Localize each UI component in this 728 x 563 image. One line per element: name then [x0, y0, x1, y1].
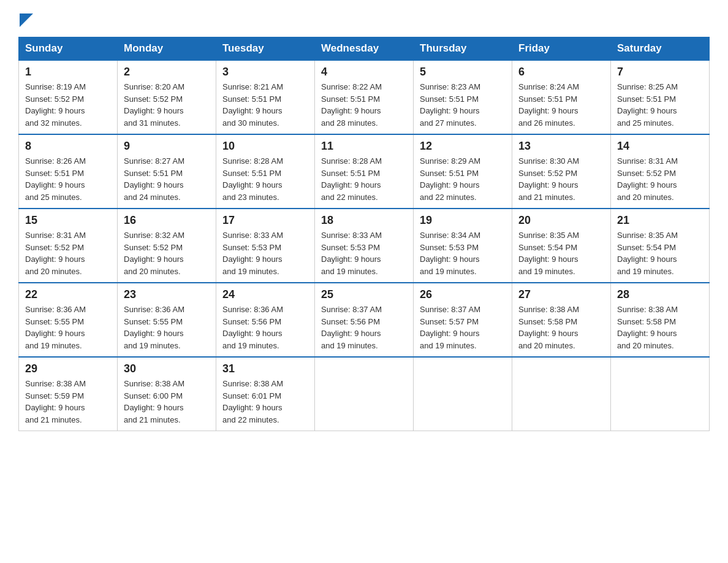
day-info: Sunrise: 8:36 AM Sunset: 5:56 PM Dayligh… [222, 304, 308, 351]
weekday-header-friday: Friday [512, 37, 611, 61]
day-number: 3 [222, 66, 308, 79]
calendar-cell: 11 Sunrise: 8:28 AM Sunset: 5:51 PM Dayl… [315, 134, 414, 209]
weekday-header-thursday: Thursday [414, 37, 512, 61]
calendar-cell [512, 357, 611, 431]
day-info: Sunrise: 8:19 AM Sunset: 5:52 PM Dayligh… [25, 81, 111, 129]
day-info: Sunrise: 8:33 AM Sunset: 5:53 PM Dayligh… [321, 229, 407, 277]
calendar-cell: 30 Sunrise: 8:38 AM Sunset: 6:00 PM Dayl… [118, 357, 216, 431]
calendar-cell: 29 Sunrise: 8:38 AM Sunset: 5:59 PM Dayl… [19, 357, 118, 431]
calendar-cell: 12 Sunrise: 8:29 AM Sunset: 5:51 PM Dayl… [414, 134, 512, 209]
day-info: Sunrise: 8:31 AM Sunset: 5:52 PM Dayligh… [25, 229, 111, 277]
calendar-cell: 21 Sunrise: 8:35 AM Sunset: 5:54 PM Dayl… [611, 209, 710, 283]
day-number: 16 [124, 214, 210, 227]
day-info: Sunrise: 8:38 AM Sunset: 5:59 PM Dayligh… [25, 378, 111, 426]
day-info: Sunrise: 8:34 AM Sunset: 5:53 PM Dayligh… [420, 229, 506, 277]
day-info: Sunrise: 8:38 AM Sunset: 5:58 PM Dayligh… [617, 304, 703, 351]
logo-arrow-icon [20, 13, 33, 27]
day-info: Sunrise: 8:36 AM Sunset: 5:55 PM Dayligh… [25, 304, 111, 351]
day-number: 30 [124, 362, 210, 375]
logo [18, 12, 33, 27]
calendar-cell: 19 Sunrise: 8:34 AM Sunset: 5:53 PM Dayl… [414, 209, 512, 283]
day-number: 12 [420, 140, 506, 153]
page-header [18, 12, 710, 27]
day-number: 6 [518, 66, 604, 79]
calendar-cell: 31 Sunrise: 8:38 AM Sunset: 6:01 PM Dayl… [216, 357, 315, 431]
day-number: 21 [617, 214, 703, 227]
day-info: Sunrise: 8:29 AM Sunset: 5:51 PM Dayligh… [420, 155, 506, 203]
day-number: 26 [420, 288, 506, 301]
day-number: 8 [25, 140, 111, 153]
svg-marker-0 [20, 13, 33, 27]
weekday-header-row: SundayMondayTuesdayWednesdayThursdayFrid… [19, 37, 710, 61]
day-number: 4 [321, 66, 407, 79]
day-number: 25 [321, 288, 407, 301]
day-info: Sunrise: 8:38 AM Sunset: 5:58 PM Dayligh… [518, 304, 604, 351]
calendar-cell: 13 Sunrise: 8:30 AM Sunset: 5:52 PM Dayl… [512, 134, 611, 209]
day-info: Sunrise: 8:37 AM Sunset: 5:57 PM Dayligh… [420, 304, 506, 351]
day-info: Sunrise: 8:36 AM Sunset: 5:55 PM Dayligh… [124, 304, 210, 351]
calendar-cell: 28 Sunrise: 8:38 AM Sunset: 5:58 PM Dayl… [611, 283, 710, 357]
day-number: 19 [420, 214, 506, 227]
day-info: Sunrise: 8:28 AM Sunset: 5:51 PM Dayligh… [321, 155, 407, 203]
calendar-cell: 18 Sunrise: 8:33 AM Sunset: 5:53 PM Dayl… [315, 209, 414, 283]
day-number: 9 [124, 140, 210, 153]
weekday-header-saturday: Saturday [611, 37, 710, 61]
week-row-2: 8 Sunrise: 8:26 AM Sunset: 5:51 PM Dayli… [19, 134, 710, 209]
day-info: Sunrise: 8:35 AM Sunset: 5:54 PM Dayligh… [617, 229, 703, 277]
day-info: Sunrise: 8:20 AM Sunset: 5:52 PM Dayligh… [124, 81, 210, 129]
week-row-3: 15 Sunrise: 8:31 AM Sunset: 5:52 PM Dayl… [19, 209, 710, 283]
calendar-cell: 9 Sunrise: 8:27 AM Sunset: 5:51 PM Dayli… [118, 134, 216, 209]
calendar-cell: 20 Sunrise: 8:35 AM Sunset: 5:54 PM Dayl… [512, 209, 611, 283]
calendar-cell: 4 Sunrise: 8:22 AM Sunset: 5:51 PM Dayli… [315, 60, 414, 134]
calendar-cell: 3 Sunrise: 8:21 AM Sunset: 5:51 PM Dayli… [216, 60, 315, 134]
day-info: Sunrise: 8:21 AM Sunset: 5:51 PM Dayligh… [222, 81, 308, 129]
week-row-5: 29 Sunrise: 8:38 AM Sunset: 5:59 PM Dayl… [19, 357, 710, 431]
day-info: Sunrise: 8:25 AM Sunset: 5:51 PM Dayligh… [617, 81, 703, 129]
day-number: 18 [321, 214, 407, 227]
day-number: 7 [617, 66, 703, 79]
calendar-cell: 14 Sunrise: 8:31 AM Sunset: 5:52 PM Dayl… [611, 134, 710, 209]
day-number: 31 [222, 362, 308, 375]
calendar-cell: 5 Sunrise: 8:23 AM Sunset: 5:51 PM Dayli… [414, 60, 512, 134]
day-number: 15 [25, 214, 111, 227]
day-info: Sunrise: 8:22 AM Sunset: 5:51 PM Dayligh… [321, 81, 407, 129]
day-info: Sunrise: 8:35 AM Sunset: 5:54 PM Dayligh… [518, 229, 604, 277]
calendar-cell: 10 Sunrise: 8:28 AM Sunset: 5:51 PM Dayl… [216, 134, 315, 209]
day-number: 20 [518, 214, 604, 227]
calendar-cell: 6 Sunrise: 8:24 AM Sunset: 5:51 PM Dayli… [512, 60, 611, 134]
day-number: 28 [617, 288, 703, 301]
day-info: Sunrise: 8:24 AM Sunset: 5:51 PM Dayligh… [518, 81, 604, 129]
weekday-header-sunday: Sunday [19, 37, 118, 61]
day-number: 10 [222, 140, 308, 153]
calendar-cell: 15 Sunrise: 8:31 AM Sunset: 5:52 PM Dayl… [19, 209, 118, 283]
day-number: 2 [124, 66, 210, 79]
day-number: 14 [617, 140, 703, 153]
weekday-header-tuesday: Tuesday [216, 37, 315, 61]
day-number: 17 [222, 214, 308, 227]
calendar-cell: 22 Sunrise: 8:36 AM Sunset: 5:55 PM Dayl… [19, 283, 118, 357]
day-number: 24 [222, 288, 308, 301]
day-info: Sunrise: 8:26 AM Sunset: 5:51 PM Dayligh… [25, 155, 111, 203]
calendar-cell: 17 Sunrise: 8:33 AM Sunset: 5:53 PM Dayl… [216, 209, 315, 283]
calendar-cell: 1 Sunrise: 8:19 AM Sunset: 5:52 PM Dayli… [19, 60, 118, 134]
week-row-4: 22 Sunrise: 8:36 AM Sunset: 5:55 PM Dayl… [19, 283, 710, 357]
day-number: 1 [25, 66, 111, 79]
calendar-cell [315, 357, 414, 431]
day-number: 5 [420, 66, 506, 79]
calendar-cell: 27 Sunrise: 8:38 AM Sunset: 5:58 PM Dayl… [512, 283, 611, 357]
day-number: 22 [25, 288, 111, 301]
calendar-cell: 7 Sunrise: 8:25 AM Sunset: 5:51 PM Dayli… [611, 60, 710, 134]
calendar-cell: 2 Sunrise: 8:20 AM Sunset: 5:52 PM Dayli… [118, 60, 216, 134]
day-info: Sunrise: 8:31 AM Sunset: 5:52 PM Dayligh… [617, 155, 703, 203]
day-info: Sunrise: 8:23 AM Sunset: 5:51 PM Dayligh… [420, 81, 506, 129]
day-info: Sunrise: 8:28 AM Sunset: 5:51 PM Dayligh… [222, 155, 308, 203]
day-number: 11 [321, 140, 407, 153]
calendar-cell: 25 Sunrise: 8:37 AM Sunset: 5:56 PM Dayl… [315, 283, 414, 357]
weekday-header-wednesday: Wednesday [315, 37, 414, 61]
day-number: 29 [25, 362, 111, 375]
day-number: 23 [124, 288, 210, 301]
day-info: Sunrise: 8:27 AM Sunset: 5:51 PM Dayligh… [124, 155, 210, 203]
calendar-cell: 8 Sunrise: 8:26 AM Sunset: 5:51 PM Dayli… [19, 134, 118, 209]
calendar-cell [611, 357, 710, 431]
day-info: Sunrise: 8:37 AM Sunset: 5:56 PM Dayligh… [321, 304, 407, 351]
